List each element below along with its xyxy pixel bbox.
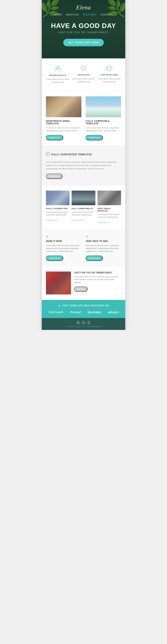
col-fully-compatible: FULLY COMPATIBLE TEMPLATE Lorem ipsum do… bbox=[86, 96, 121, 140]
promo-image bbox=[46, 272, 71, 294]
logo: Elena bbox=[46, 4, 121, 11]
promo-section: JUST FOR YOU ON THEMEFOREST Lorem ipsum … bbox=[42, 266, 125, 300]
great-modules-title: VERY GREAT MODULES bbox=[97, 207, 121, 212]
nice-to-see-read-more[interactable]: Read more bbox=[86, 256, 103, 261]
full-compat-link[interactable]: Check this out > bbox=[72, 219, 84, 221]
rain-image bbox=[72, 190, 95, 205]
gray-supported-section: FULLY SUPPORTED TEMPLATE Lorem ipsum dol… bbox=[42, 146, 125, 186]
gray-section-read-more[interactable]: Read more bbox=[46, 174, 62, 179]
svg-point-0 bbox=[56, 66, 58, 68]
col-responsive-email: RESPONSIVE EMAIL TEMPLATE Lorem ipsum do… bbox=[46, 96, 81, 140]
professionals-icon bbox=[46, 66, 70, 72]
full-compat-text: Lorem ipsum dolor sit amet, consectetur … bbox=[72, 211, 95, 216]
everyone-title: FOR EVERYONE bbox=[97, 74, 121, 76]
col-great-modules: VERY GREAT MODULES Lorem ipsum dolor sit… bbox=[97, 190, 121, 224]
responsive-email-title: RESPONSIVE EMAIL TEMPLATE bbox=[46, 120, 81, 125]
document-icon bbox=[46, 152, 50, 157]
social-links: g+ f t bbox=[46, 320, 121, 325]
facebook-social[interactable]: f bbox=[81, 320, 86, 325]
nav-features[interactable]: FEATURES bbox=[83, 13, 97, 16]
svg-rect-2 bbox=[106, 67, 108, 70]
everyone-text: Lorem ipsum dolor sit amet consectetur e… bbox=[97, 78, 121, 83]
brand-promail: Promail bbox=[70, 310, 81, 314]
gray-section-text: Lorem ipsum dolor sit amet, consectetur … bbox=[46, 160, 121, 170]
promo-buy-button[interactable]: Buy Now bbox=[74, 286, 87, 292]
promo-text: Lorem ipsum dolor sit amet, consectetur … bbox=[74, 276, 121, 284]
promo-content: JUST FOR YOU ON THEMEFOREST Lorem ipsum … bbox=[74, 272, 121, 292]
hero-cta-button[interactable]: GET YOUR COPY NOW bbox=[63, 39, 104, 46]
col-send-it: ✈ SEND IT NOW Lorem ipsum dolor sit amet… bbox=[46, 234, 81, 261]
professionals-text: Lorem ipsum dolor sit amet consectetur e… bbox=[46, 78, 70, 84]
footer-featured-section: ★ THIS TEMPLATE WAS FEATURED ON TechCrun… bbox=[42, 300, 125, 318]
brands-row: TechCrunch Promail Mashable atlaspix bbox=[46, 310, 121, 314]
professionals-title: PROFESIONALS bbox=[46, 74, 70, 76]
nav-contact[interactable]: CONTACT bbox=[100, 13, 112, 16]
responsive-email-text: Lorem ipsum dolor sit amet, consectetur … bbox=[46, 126, 81, 132]
main-nav: HOME SERVICES FEATURES CONTACT bbox=[46, 13, 121, 16]
star-icon: ✦ bbox=[86, 234, 121, 238]
feature-everyone: FOR EVERYONE Lorem ipsum dolor sit amet … bbox=[97, 66, 121, 84]
nav-home[interactable]: HOME bbox=[54, 13, 62, 16]
footer-copyright-text: © copyright 2013 bbox=[73, 326, 86, 328]
responsive-email-read-more[interactable]: Read more bbox=[46, 135, 63, 140]
amateurs-text: Lorem ipsum dolor sit amet consectetur e… bbox=[72, 78, 95, 83]
fully-compatible-read-more[interactable]: Read more bbox=[86, 135, 103, 140]
col-full-compat: FULL COMPATIBILITY Lorem ipsum dolor sit… bbox=[72, 190, 95, 224]
footer-brand: Elenea bbox=[67, 326, 72, 328]
great-modules-link[interactable]: Check this out > bbox=[97, 222, 110, 224]
featured-header: ★ THIS TEMPLATE WAS FEATURED ON bbox=[46, 304, 121, 308]
col-nice-to-see: ✦ VERY NICE TO SEE Lorem ipsum dolor sit… bbox=[86, 234, 121, 261]
unsubscribe-link[interactable]: Unsubscribe here bbox=[87, 326, 100, 328]
featured-star-icon: ★ bbox=[58, 304, 61, 308]
features-section: PROFESIONALS Lorem ipsum dolor sit amet … bbox=[42, 58, 125, 91]
send-icon: ✈ bbox=[46, 234, 81, 238]
three-column-section: FULLY LAYERED PSD Lorem ipsum dolor sit … bbox=[42, 186, 125, 230]
gray-section-header: FULLY SUPPORTED TEMPLATE bbox=[46, 152, 121, 157]
twitter-social[interactable]: t bbox=[87, 320, 91, 325]
fully-compatible-text: Lorem ipsum dolor sit amet, consectetur … bbox=[86, 126, 121, 132]
car-image bbox=[46, 96, 81, 117]
brand-techcrunch: TechCrunch bbox=[48, 310, 63, 314]
full-compat-title: FULL COMPATIBILITY bbox=[72, 207, 95, 210]
nice-to-see-title: VERY NICE TO SEE bbox=[86, 240, 121, 242]
email-wrapper: 🌿 🌿 Elena HOME SERVICES FEATURES CONTACT… bbox=[42, 0, 125, 330]
layered-psd-link[interactable]: Check this out > bbox=[46, 219, 59, 221]
brand-mashable: Mashable bbox=[88, 310, 101, 314]
great-modules-text: Lorem ipsum dolor sit amet, consectetur … bbox=[97, 213, 121, 218]
hero-title: HAVE A GOOD DAY bbox=[46, 22, 121, 30]
layered-psd-text: Lorem ipsum dolor sit amet, consectetur … bbox=[46, 211, 70, 216]
feature-professionals: PROFESIONALS Lorem ipsum dolor sit amet … bbox=[46, 66, 70, 84]
fully-compatible-title: FULLY COMPATIBLE TEMPLATE bbox=[86, 120, 121, 125]
col-layered-psd: FULLY LAYERED PSD Lorem ipsum dolor sit … bbox=[46, 190, 70, 224]
svg-point-1 bbox=[58, 66, 60, 68]
hero-content: Elena HOME SERVICES FEATURES CONTACT HAV… bbox=[46, 4, 121, 46]
hero-section: 🌿 🌿 Elena HOME SERVICES FEATURES CONTACT… bbox=[42, 0, 125, 58]
send-it-title: SEND IT NOW bbox=[46, 240, 81, 242]
three-col-row: FULLY LAYERED PSD Lorem ipsum dolor sit … bbox=[46, 190, 121, 224]
brand-atlaspix: atlaspix bbox=[108, 310, 119, 314]
hero-subtitle: JUST FOR YOU ON THEMEFOREST bbox=[46, 31, 121, 34]
layered-psd-title: FULLY LAYERED PSD bbox=[46, 207, 70, 210]
everyone-icon bbox=[97, 66, 121, 72]
footer-bottom: g+ f t Elenea © copyright 2013 · Unsubsc… bbox=[42, 318, 125, 330]
amateurs-title: AMATEURS bbox=[72, 74, 95, 76]
skateboard-image bbox=[46, 190, 70, 205]
gray-section-title: FULLY SUPPORTED TEMPLATE bbox=[51, 153, 92, 156]
send-it-text: Lorem ipsum dolor sit amet, consectetur … bbox=[46, 244, 81, 253]
nav-services[interactable]: SERVICES bbox=[66, 13, 79, 16]
two-col-alt-section: ✈ SEND IT NOW Lorem ipsum dolor sit amet… bbox=[42, 230, 125, 266]
featured-title: THIS TEMPLATE WAS FEATURED ON bbox=[62, 304, 109, 307]
nice-to-see-text: Lorem ipsum dolor sit amet, consectetur … bbox=[86, 244, 121, 253]
amateurs-icon bbox=[72, 66, 95, 72]
two-column-section: RESPONSIVE EMAIL TEMPLATE Lorem ipsum do… bbox=[42, 91, 125, 146]
beach-image bbox=[86, 96, 121, 117]
send-it-read-more[interactable]: Read more bbox=[46, 256, 63, 261]
feature-amateurs: AMATEURS Lorem ipsum dolor sit amet cons… bbox=[72, 66, 95, 84]
footer-copyright: Elenea © copyright 2013 · Unsubscribe he… bbox=[46, 326, 121, 328]
shoes-image bbox=[97, 190, 121, 205]
promo-title: JUST FOR YOU ON THEMEFOREST bbox=[74, 272, 121, 274]
google-plus-social[interactable]: g+ bbox=[76, 320, 80, 325]
svg-rect-3 bbox=[110, 67, 112, 70]
